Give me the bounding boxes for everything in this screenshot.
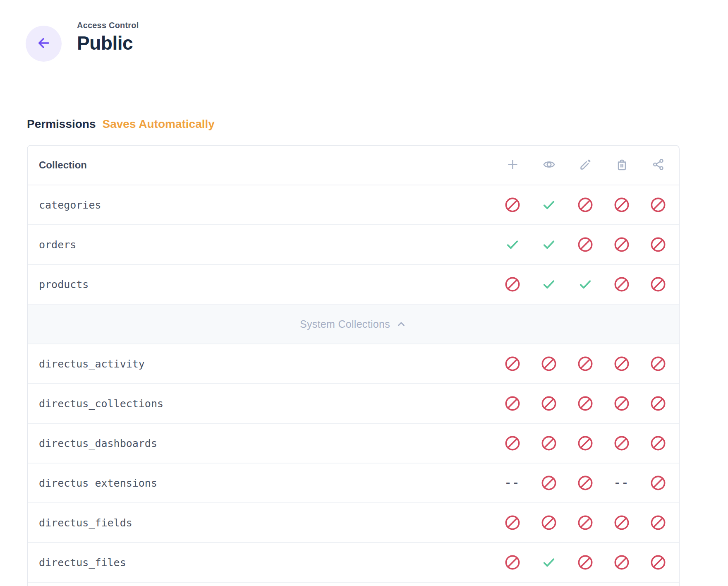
block-icon <box>577 197 594 213</box>
create-column-header <box>494 158 531 173</box>
create-permission-blocked[interactable] <box>494 276 531 293</box>
share-permission-blocked[interactable] <box>640 475 676 491</box>
table-header-row: Collection <box>28 146 679 185</box>
block-icon <box>504 514 521 531</box>
block-icon <box>613 514 630 531</box>
block-icon <box>650 236 666 253</box>
create-permission-blocked[interactable] <box>494 435 531 452</box>
block-icon <box>577 355 594 372</box>
chevron-up-icon <box>396 319 407 329</box>
read-permission-blocked[interactable] <box>531 435 567 452</box>
update-column-header <box>567 158 603 173</box>
delete-permission-blocked[interactable] <box>603 197 640 213</box>
collection-name: directus_dashboards <box>28 437 494 449</box>
delete-permission-blocked[interactable] <box>603 435 640 452</box>
trash-icon <box>615 158 628 173</box>
block-icon <box>504 355 521 372</box>
delete-permission-blocked[interactable] <box>603 554 640 571</box>
read-permission-blocked[interactable] <box>531 475 567 491</box>
share-permission-blocked[interactable] <box>640 554 676 571</box>
read-permission-allowed[interactable] <box>531 236 567 253</box>
block-icon <box>541 355 557 372</box>
block-icon <box>577 475 594 491</box>
share-permission-blocked[interactable] <box>640 236 676 253</box>
share-permission-blocked[interactable] <box>640 514 676 531</box>
read-permission-blocked[interactable] <box>531 514 567 531</box>
collection-name: directus_files <box>28 557 494 569</box>
table-row: orders <box>28 225 679 265</box>
share-icon <box>652 158 665 173</box>
block-icon <box>650 554 666 571</box>
read-permission-blocked[interactable] <box>531 355 567 372</box>
read-permission-allowed[interactable] <box>531 276 567 293</box>
block-icon <box>650 276 666 293</box>
table-row-partial <box>28 583 679 586</box>
check-icon <box>578 277 593 292</box>
create-permission-blocked[interactable] <box>494 514 531 531</box>
block-icon <box>613 197 630 213</box>
check-icon <box>541 555 556 570</box>
table-row: directus_files <box>28 543 679 583</box>
block-icon <box>650 435 666 452</box>
no-permission-dashes: -- <box>614 477 629 489</box>
update-permission-blocked[interactable] <box>567 236 603 253</box>
block-icon <box>613 554 630 571</box>
delete-permission-blocked[interactable] <box>603 514 640 531</box>
create-permission-blocked[interactable] <box>494 395 531 412</box>
block-icon <box>504 395 521 412</box>
read-permission-allowed[interactable] <box>531 554 567 571</box>
share-permission-blocked[interactable] <box>640 276 676 293</box>
share-permission-blocked[interactable] <box>640 435 676 452</box>
block-icon <box>577 554 594 571</box>
share-permission-blocked[interactable] <box>640 197 676 213</box>
block-icon <box>504 197 521 213</box>
collection-name: directus_activity <box>28 358 494 370</box>
system-collections-divider[interactable]: System Collections <box>28 305 679 344</box>
read-permission-allowed[interactable] <box>531 197 567 213</box>
share-permission-blocked[interactable] <box>640 395 676 412</box>
block-icon <box>613 276 630 293</box>
block-icon <box>577 236 594 253</box>
page-header: Access Control Public <box>0 0 728 62</box>
delete-permission-blocked[interactable] <box>603 395 640 412</box>
update-permission-blocked[interactable] <box>567 355 603 372</box>
read-permission-blocked[interactable] <box>531 395 567 412</box>
delete-permission-blocked[interactable] <box>603 276 640 293</box>
block-icon <box>541 475 557 491</box>
update-permission-blocked[interactable] <box>567 435 603 452</box>
share-permission-blocked[interactable] <box>640 355 676 372</box>
collection-name: directus_extensions <box>28 477 494 489</box>
block-icon <box>504 554 521 571</box>
collection-name: directus_fields <box>28 517 494 529</box>
table-row: directus_dashboards <box>28 424 679 464</box>
update-permission-blocked[interactable] <box>567 197 603 213</box>
update-permission-blocked[interactable] <box>567 514 603 531</box>
collection-name: products <box>28 279 494 291</box>
plus-icon <box>506 158 519 173</box>
block-icon <box>613 395 630 412</box>
pencil-icon <box>579 158 592 173</box>
breadcrumb: Access Control <box>77 21 139 30</box>
create-permission-none[interactable]: -- <box>494 475 531 491</box>
page-title: Public <box>77 32 139 54</box>
delete-column-header <box>603 158 640 173</box>
check-icon <box>505 237 520 252</box>
create-permission-allowed[interactable] <box>494 236 531 253</box>
create-permission-blocked[interactable] <box>494 554 531 571</box>
create-permission-blocked[interactable] <box>494 355 531 372</box>
delete-permission-blocked[interactable] <box>603 355 640 372</box>
back-button[interactable] <box>26 26 62 62</box>
permissions-heading: Permissions <box>27 118 96 131</box>
update-permission-blocked[interactable] <box>567 395 603 412</box>
update-permission-allowed[interactable] <box>567 276 603 293</box>
delete-permission-blocked[interactable] <box>603 236 640 253</box>
update-permission-blocked[interactable] <box>567 554 603 571</box>
eye-icon <box>543 158 556 173</box>
update-permission-blocked[interactable] <box>567 475 603 491</box>
create-permission-blocked[interactable] <box>494 197 531 213</box>
block-icon <box>613 355 630 372</box>
delete-permission-none[interactable]: -- <box>603 475 640 491</box>
table-row: categories <box>28 185 679 225</box>
collection-name: orders <box>28 239 494 251</box>
system-collections-label: System Collections <box>300 318 390 330</box>
